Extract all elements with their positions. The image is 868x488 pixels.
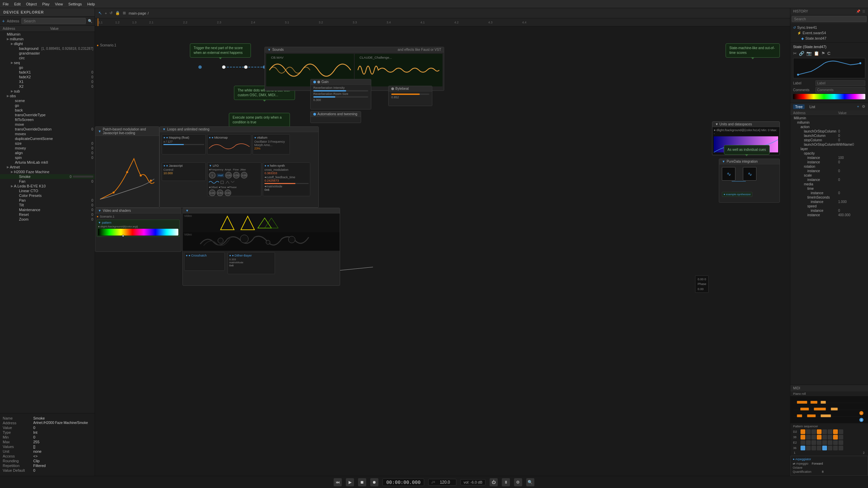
lfo-time-knob[interactable]: 0.50: [217, 189, 223, 196]
tree-item[interactable]: scene: [0, 98, 95, 103]
seq-cell[interactable]: [839, 429, 843, 434]
seq-cell[interactable]: [811, 440, 816, 445]
automations-block[interactable]: ▼ Patch-based modulation and Javascript …: [95, 126, 159, 208]
color-gradient-bar[interactable]: [793, 94, 865, 99]
seq-cell[interactable]: [817, 435, 822, 440]
seq-cell[interactable]: [839, 446, 843, 450]
addr-row[interactable]: instance 400.000: [790, 213, 868, 217]
settings-icon[interactable]: ⚙: [514, 478, 522, 486]
micromap-node[interactable]: ● ● Micromap: [207, 134, 251, 155]
addr-row[interactable]: instance 0: [790, 208, 868, 213]
tree-item[interactable]: Maintenance 0: [0, 207, 95, 212]
tree-item[interactable]: movex: [0, 131, 95, 136]
tree-item[interactable]: background [1, 0.889491, 0.926818, 0.231…: [0, 46, 95, 51]
seq-cell[interactable]: [828, 429, 832, 434]
menu-view[interactable]: View: [55, 2, 63, 6]
modulation-block[interactable]: ▼ Loops and unlimited nesting ● ● Mappin…: [159, 126, 319, 208]
tree-item[interactable]: Linear CTO: [0, 188, 95, 193]
freeverb-block[interactable]: Gain Reverberation Intensity Reverberati…: [310, 79, 371, 109]
addr-row[interactable]: Millumin: [790, 116, 868, 120]
rewind-button[interactable]: ⏮: [334, 478, 342, 486]
tree-item[interactable]: ▶ obs: [0, 94, 95, 98]
seq-cell[interactable]: [822, 440, 827, 445]
tree-item[interactable]: Pan 0: [0, 198, 95, 203]
state-c-icon[interactable]: C: [827, 51, 830, 56]
state-flag-icon[interactable]: ⚑: [821, 51, 825, 56]
loops-block[interactable]: ▼ Video and shaders ● Scenario.1 ▼ patte…: [95, 208, 181, 252]
tree-item[interactable]: movey 0: [0, 146, 95, 150]
tree-item[interactable]: transOverrideDuration 0: [0, 127, 95, 131]
search-input[interactable]: [21, 18, 86, 24]
tree-item[interactable]: X2 0: [0, 84, 95, 89]
breadcrumb-main[interactable]: main-page: [129, 11, 146, 15]
lfo-flow-knob[interactable]: 0.50: [233, 172, 240, 179]
addr-row[interactable]: action: [790, 125, 868, 129]
seq-cell[interactable]: [806, 435, 811, 440]
tree-item[interactable]: back: [0, 108, 95, 113]
addr-row[interactable]: instance 1.000: [790, 200, 868, 204]
tree-item[interactable]: Color Presets: [0, 193, 95, 198]
search-icon[interactable]: 🔍: [88, 19, 93, 23]
seq-cell[interactable]: [833, 446, 838, 450]
ditherbayer-node[interactable]: ● ● Dither-Bayer 0.333 matrixMode 0x6: [228, 252, 275, 274]
expand-icon[interactable]: ⊞: [123, 11, 126, 15]
addr-tree-add-icon[interactable]: +: [857, 104, 859, 109]
seq-cell[interactable]: [833, 440, 838, 445]
seq-cell[interactable]: [801, 446, 805, 450]
addr-row[interactable]: scale: [790, 173, 868, 178]
pause-button[interactable]: ⏸: [502, 478, 510, 486]
tree-toggle-btn[interactable]: Tree: [793, 104, 805, 109]
menu-settings[interactable]: Settings: [68, 2, 82, 6]
stop-button[interactable]: ⏹: [358, 478, 366, 486]
seq-cell[interactable]: [801, 435, 805, 440]
loop-icon[interactable]: ↺: [110, 11, 113, 15]
addr-row[interactable]: speed: [790, 204, 868, 208]
tree-item[interactable]: Millumin: [0, 32, 95, 37]
midi-piano-roll[interactable]: + −: [790, 396, 868, 423]
addr-row[interactable]: opacity: [790, 151, 868, 156]
history-item-state[interactable]: ◆ State.tend47: [793, 36, 865, 41]
tree-item[interactable]: Tilt 0: [0, 203, 95, 207]
tree-item[interactable]: Reset 0: [0, 212, 95, 217]
addr-row[interactable]: rotation: [790, 164, 868, 169]
lfo-freq-knob[interactable]: 1: [209, 172, 216, 179]
tree-item[interactable]: transOverrideType: [0, 113, 95, 117]
mapping-node[interactable]: ● ● Mapping (float) x / 127: [162, 134, 206, 155]
add-icon[interactable]: +: [105, 11, 107, 15]
bytebeat-block[interactable]: Automations and tweening: [310, 111, 361, 123]
addr-row[interactable]: time: [790, 186, 868, 191]
addr-row[interactable]: media: [790, 182, 868, 186]
seq-cell[interactable]: [828, 435, 832, 440]
menu-help[interactable]: Help: [87, 2, 95, 6]
vitalium-node[interactable]: ● vitalium Oscillator 3 Frequency Morph …: [253, 134, 290, 155]
bpm-input[interactable]: [436, 480, 453, 485]
seq-cell[interactable]: [806, 440, 811, 445]
addr-row[interactable]: instance 0: [790, 169, 868, 173]
addr-row[interactable]: stopColumn 0: [790, 138, 868, 142]
menu-object[interactable]: Object: [26, 2, 37, 6]
addr-row[interactable]: millumin: [790, 120, 868, 125]
tree-item[interactable]: ▶ millumin: [0, 37, 95, 41]
seq-cell[interactable]: [822, 446, 827, 450]
seq-cell[interactable]: [811, 429, 816, 434]
tree-item[interactable]: ▶ sub: [0, 89, 95, 94]
list-toggle-btn[interactable]: List: [807, 104, 817, 109]
history-item-sync[interactable]: ↺ Sync.tree41: [793, 25, 865, 30]
tree-item[interactable]: duplicateCurrentScene: [0, 136, 95, 141]
tree-item[interactable]: ▶ H2000 Faze Machine: [0, 169, 95, 174]
addr-row[interactable]: launchColumn 0: [790, 134, 868, 138]
tree-item[interactable]: align 0: [0, 150, 95, 155]
history-search-input[interactable]: [792, 16, 867, 22]
seq-cell[interactable]: [839, 440, 843, 445]
gain-block[interactable]: Bytebeat 0.852: [388, 86, 432, 106]
javascript-node[interactable]: ● ● Javascript Control 10.000: [162, 162, 206, 181]
addr-row[interactable]: instance 100: [790, 156, 868, 160]
menu-file[interactable]: File: [3, 2, 9, 6]
tree-item[interactable]: spin 0: [0, 155, 95, 160]
lfo-jitter-knob[interactable]: 0.00: [241, 172, 248, 179]
history-pin-icon[interactable]: 📌: [856, 9, 860, 13]
tree-item[interactable]: Zoom 0: [0, 217, 95, 222]
addr-row[interactable]: instance 0: [790, 178, 868, 182]
addr-row[interactable]: timeInSeconds: [790, 195, 868, 200]
lfo-phase-knob[interactable]: 0.00: [224, 189, 231, 196]
